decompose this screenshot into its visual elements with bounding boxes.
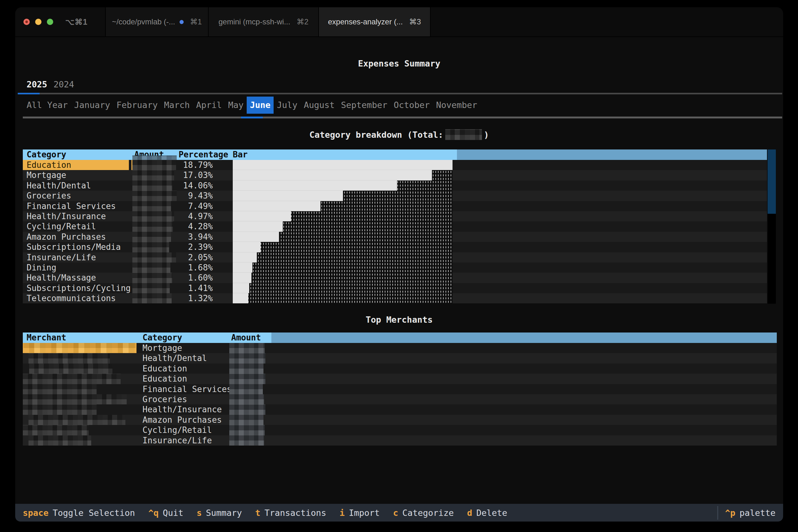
category-cell: Amazon Purchases bbox=[142, 415, 222, 425]
table-row[interactable]: Insurance/Life2.05% bbox=[23, 252, 767, 263]
percentage-cell: 1.32% bbox=[173, 293, 213, 303]
table-row[interactable]: Financial Services bbox=[23, 384, 777, 394]
status-shortcut-toggle-selection[interactable]: spaceToggle Selection bbox=[23, 508, 135, 518]
month-tab-june[interactable]: June bbox=[247, 97, 273, 114]
table-row[interactable]: Amazon Purchases3.94% bbox=[23, 232, 767, 242]
minimize-button[interactable] bbox=[35, 19, 41, 25]
percentage-cell: 1.60% bbox=[173, 273, 213, 283]
merchants-table-header: Merchant Category Amount bbox=[23, 332, 777, 343]
desktop: { "window": { "shortcut_hint": "⌥⌘1", "t… bbox=[0, 0, 798, 532]
redacted-amount bbox=[132, 160, 176, 170]
redacted-amount bbox=[229, 394, 264, 404]
tab-label: gemini (mcp-ssh-wi... bbox=[218, 17, 290, 26]
month-tab-april[interactable]: April bbox=[193, 97, 225, 114]
bar-fill bbox=[233, 160, 453, 170]
terminal-tab-pvmlab[interactable]: ~/code/pvmlab (-... ⌘1 bbox=[106, 7, 209, 36]
table-row[interactable]: Health/Insurance4.97% bbox=[23, 211, 767, 221]
shortcut-key: ^q bbox=[148, 508, 159, 518]
month-tabs: All YearJanuaryFebruaryMarchAprilMayJune… bbox=[23, 97, 480, 114]
month-tab-october[interactable]: October bbox=[391, 97, 433, 114]
month-tab-november[interactable]: November bbox=[433, 97, 480, 114]
status-shortcut-transactions[interactable]: tTransactions bbox=[255, 508, 326, 518]
bar-cell bbox=[233, 160, 453, 170]
table-row[interactable]: Financial Services7.49% bbox=[23, 201, 767, 211]
shortcut-label: Transactions bbox=[264, 508, 326, 518]
category-cell: Financial Services bbox=[26, 201, 116, 211]
bar-cell bbox=[233, 221, 453, 231]
month-tab-february[interactable]: February bbox=[113, 97, 161, 114]
month-selected-underline bbox=[241, 116, 263, 118]
tab-bar-empty-space bbox=[431, 7, 783, 36]
palette-shortcut[interactable]: ^p palette bbox=[717, 506, 783, 520]
category-cell: Subscriptions/Media bbox=[26, 242, 121, 252]
percentage-cell: 3.94% bbox=[173, 232, 213, 242]
terminal-tab-bar: ⌥⌘1 ~/code/pvmlab (-... ⌘1 gemini (mcp-s… bbox=[15, 7, 783, 37]
bar-fill bbox=[233, 293, 248, 303]
scrollbar-thumb[interactable] bbox=[767, 150, 776, 214]
year-tab-2024[interactable]: 2024 bbox=[50, 78, 77, 92]
terminal-tab-gemini[interactable]: gemini (mcp-ssh-wi... ⌘2 bbox=[209, 7, 319, 36]
table-row[interactable]: Dining1.68% bbox=[23, 263, 767, 273]
shortcut-label: Delete bbox=[476, 508, 507, 518]
month-tab-march[interactable]: March bbox=[161, 97, 193, 114]
status-shortcut-delete[interactable]: dDelete bbox=[467, 508, 507, 518]
close-button[interactable] bbox=[23, 19, 30, 25]
redacted-amount bbox=[229, 435, 264, 445]
table-row[interactable]: Groceries9.43% bbox=[23, 191, 767, 201]
status-shortcut-categorize[interactable]: cCategorize bbox=[393, 508, 454, 518]
table-row[interactable]: Subscriptions/Cycling1.41% bbox=[23, 283, 767, 293]
percentage-cell: 18.79% bbox=[173, 160, 213, 170]
table-row[interactable]: Telecommunications1.32% bbox=[23, 293, 767, 303]
tab-activity-dot bbox=[179, 20, 184, 24]
bar-cell bbox=[233, 232, 453, 242]
bar-fill bbox=[233, 252, 257, 263]
table-row[interactable]: Health/Massage1.60% bbox=[23, 273, 767, 283]
table-row[interactable]: Mortgage17.03% bbox=[23, 170, 767, 180]
table-row[interactable]: Subscriptions/Media2.39% bbox=[23, 242, 767, 252]
month-tab-august[interactable]: August bbox=[301, 97, 338, 114]
category-breakdown-table: Category Amount Percentage Bar Education… bbox=[23, 150, 767, 303]
redacted-amount bbox=[229, 415, 264, 425]
month-tab-may[interactable]: May bbox=[225, 97, 247, 114]
table-row[interactable]: Insurance/Life bbox=[23, 435, 777, 445]
breakdown-heading-suffix: ) bbox=[484, 130, 489, 140]
table-row[interactable]: Health/Dental bbox=[23, 353, 777, 363]
table-row[interactable]: Education18.79% bbox=[23, 160, 767, 170]
table-row[interactable]: Cycling/Retail4.28% bbox=[23, 221, 767, 231]
zoom-button[interactable] bbox=[47, 19, 53, 25]
table-row[interactable]: Groceries bbox=[23, 394, 777, 404]
percentage-cell: 7.49% bbox=[173, 201, 213, 211]
table-row[interactable]: Amazon Purchases bbox=[23, 415, 777, 425]
month-tab-january[interactable]: January bbox=[71, 97, 113, 114]
bar-cell bbox=[233, 180, 453, 191]
table-row[interactable]: Cycling/Retail bbox=[23, 425, 777, 435]
table-scrollbar[interactable] bbox=[767, 150, 776, 304]
bar-fill bbox=[233, 221, 283, 231]
column-header-amount: Amount bbox=[231, 332, 261, 343]
status-shortcut-import[interactable]: iImport bbox=[340, 508, 380, 518]
redacted-amount bbox=[132, 170, 174, 180]
percentage-cell: 14.06% bbox=[173, 180, 213, 191]
category-table-body: Education18.79%Mortgage17.03%Health/Dent… bbox=[23, 160, 767, 303]
category-cell: Financial Services bbox=[142, 384, 232, 394]
table-row[interactable]: Health/Insurance bbox=[23, 404, 777, 415]
month-tab-july[interactable]: July bbox=[273, 97, 301, 114]
table-row[interactable]: Health/Dental14.06% bbox=[23, 180, 767, 191]
category-cell: Education bbox=[142, 363, 187, 374]
table-row[interactable]: Mortgage bbox=[23, 343, 777, 353]
shortcut-label: Toggle Selection bbox=[53, 508, 135, 518]
shortcut-key: space bbox=[23, 508, 49, 518]
redacted-amount bbox=[132, 180, 172, 191]
table-row[interactable]: Education bbox=[23, 374, 777, 384]
status-shortcut-quit[interactable]: ^qQuit bbox=[148, 508, 183, 518]
status-shortcut-summary[interactable]: sSummary bbox=[197, 508, 242, 518]
category-cell: Health/Dental bbox=[26, 180, 91, 191]
redacted-amount bbox=[132, 252, 176, 263]
month-tab-all-year[interactable]: All Year bbox=[23, 97, 71, 114]
shortcut-key: i bbox=[340, 508, 344, 518]
terminal-tab-expenses-analyzer[interactable]: expenses-analyzer (... ⌘3 bbox=[319, 7, 431, 36]
window-controls: ⌥⌘1 bbox=[15, 7, 106, 36]
table-row[interactable]: Education bbox=[23, 363, 777, 374]
year-tab-2025[interactable]: 2025 bbox=[23, 78, 50, 92]
month-tab-september[interactable]: September bbox=[338, 97, 391, 114]
